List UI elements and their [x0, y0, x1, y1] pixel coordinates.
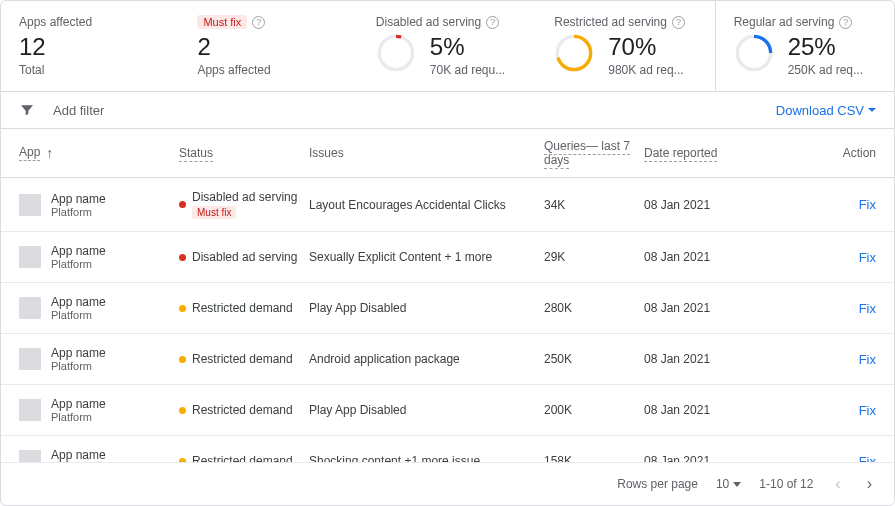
stat-apps-affected: Apps affected 12 Total	[1, 1, 179, 91]
app-platform: Platform	[51, 360, 106, 372]
th-issues-label: Issues	[309, 146, 344, 160]
issues-cell: Android application package	[309, 352, 544, 366]
status-text: Restricted demand	[192, 454, 293, 462]
stat-disabled-serving: Disabled ad serving? 5% 70K ad requ...	[358, 1, 536, 91]
table-row[interactable]: App namePlatformRestricted demandAndroid…	[1, 334, 894, 385]
app-name: App name	[51, 192, 106, 206]
help-icon[interactable]: ?	[486, 16, 499, 29]
fix-button[interactable]: Fix	[859, 301, 876, 316]
queries-cell: 29K	[544, 250, 644, 264]
stat-label: Restricted ad serving	[554, 15, 667, 29]
th-queries-label: Queries— last 7 days	[544, 139, 630, 169]
table-row[interactable]: App namePlatformRestricted demandPlay Ap…	[1, 283, 894, 334]
stat-restricted-serving: Restricted ad serving? 70% 980K ad req..…	[536, 1, 714, 91]
status-text: Disabled ad serving	[192, 250, 297, 264]
queries-cell: 250K	[544, 352, 644, 366]
table-body: App namePlatformDisabled ad servingMust …	[1, 178, 894, 462]
app-platform: Platform	[51, 258, 106, 270]
queries-cell: 200K	[544, 403, 644, 417]
sort-asc-icon: ↑	[46, 145, 53, 161]
stat-value: 12	[19, 33, 161, 61]
stat-sub: Total	[19, 63, 161, 77]
add-filter-button[interactable]: Add filter	[53, 103, 104, 118]
stat-sub: 980K ad req...	[608, 63, 683, 77]
prev-page-button[interactable]: ‹	[831, 475, 844, 493]
pagination: Rows per page 10 1-10 of 12 ‹ ›	[1, 462, 894, 505]
help-icon[interactable]: ?	[672, 16, 685, 29]
fix-button[interactable]: Fix	[859, 250, 876, 265]
filter-icon[interactable]	[19, 102, 35, 118]
app-icon	[19, 450, 41, 462]
th-date[interactable]: Date reported	[644, 146, 774, 160]
th-action: Action	[774, 146, 876, 160]
issues-cell: Shocking content +1 more issue	[309, 454, 544, 462]
table-header: App↑ Status Issues Queries— last 7 days …	[1, 129, 894, 178]
app-name: App name	[51, 295, 106, 309]
table-row[interactable]: App namePlatformRestricted demandPlay Ap…	[1, 385, 894, 436]
queries-cell: 280K	[544, 301, 644, 315]
th-date-label: Date reported	[644, 146, 717, 162]
app-icon	[19, 246, 41, 268]
issues-cell: Sexually Explicit Content + 1 more	[309, 250, 544, 264]
download-csv-label: Download CSV	[776, 103, 864, 118]
th-status[interactable]: Status	[179, 146, 309, 160]
stat-sub: 70K ad requ...	[430, 63, 505, 77]
th-status-label: Status	[179, 146, 213, 162]
rows-per-page-value: 10	[716, 477, 729, 491]
queries-cell: 34K	[544, 198, 644, 212]
stat-value: 25%	[788, 33, 863, 61]
filter-row: Add filter Download CSV	[1, 92, 894, 129]
status-dot-icon	[179, 356, 186, 363]
must-fix-badge: Must fix	[192, 206, 236, 219]
status-dot-icon	[179, 407, 186, 414]
app-name: App name	[51, 346, 106, 360]
th-queries[interactable]: Queries— last 7 days	[544, 139, 644, 167]
date-cell: 08 Jan 2021	[644, 250, 774, 264]
app-icon	[19, 348, 41, 370]
must-fix-badge: Must fix	[197, 15, 247, 29]
donut-chart-restricted	[554, 33, 594, 73]
table-row[interactable]: App namePlatformDisabled ad servingMust …	[1, 178, 894, 232]
stat-regular-serving: Regular ad serving? 25% 250K ad req...	[715, 1, 894, 91]
issues-cell: Play App Disabled	[309, 301, 544, 315]
th-action-label: Action	[843, 146, 876, 160]
next-page-button[interactable]: ›	[863, 475, 876, 493]
table-row[interactable]: App namePlatformDisabled ad servingSexua…	[1, 232, 894, 283]
th-app[interactable]: App↑	[19, 145, 179, 161]
th-app-label: App	[19, 145, 40, 161]
app-platform: Platform	[51, 206, 106, 218]
status-dot-icon	[179, 254, 186, 261]
stat-label: Apps affected	[19, 15, 92, 29]
stat-sub: Apps affected	[197, 63, 339, 77]
stat-label: Regular ad serving	[734, 15, 835, 29]
date-cell: 08 Jan 2021	[644, 454, 774, 462]
status-text: Restricted demand	[192, 301, 293, 315]
download-csv-button[interactable]: Download CSV	[776, 103, 876, 118]
date-cell: 08 Jan 2021	[644, 198, 774, 212]
app-icon	[19, 399, 41, 421]
status-text: Restricted demand	[192, 352, 293, 366]
stats-row: Apps affected 12 Total Must fix ? 2 Apps…	[1, 1, 894, 92]
help-icon[interactable]: ?	[839, 16, 852, 29]
fix-button[interactable]: Fix	[859, 403, 876, 418]
status-text: Disabled ad serving	[192, 190, 297, 204]
date-cell: 08 Jan 2021	[644, 301, 774, 315]
app-platform: Platform	[51, 411, 106, 423]
status-text: Restricted demand	[192, 403, 293, 417]
stat-label: Disabled ad serving	[376, 15, 481, 29]
table-row[interactable]: App namePlatformRestricted demandShockin…	[1, 436, 894, 462]
app-icon	[19, 297, 41, 319]
rows-per-page-select[interactable]: 10	[716, 477, 741, 491]
stat-value: 5%	[430, 33, 505, 61]
fix-button[interactable]: Fix	[859, 197, 876, 212]
donut-chart-regular	[734, 33, 774, 73]
stat-value: 70%	[608, 33, 683, 61]
stat-must-fix: Must fix ? 2 Apps affected	[179, 1, 357, 91]
chevron-down-icon	[868, 108, 876, 112]
help-icon[interactable]: ?	[252, 16, 265, 29]
fix-button[interactable]: Fix	[859, 352, 876, 367]
fix-button[interactable]: Fix	[859, 454, 876, 463]
th-issues[interactable]: Issues	[309, 146, 544, 160]
app-platform: Platform	[51, 309, 106, 321]
queries-cell: 158K	[544, 454, 644, 462]
